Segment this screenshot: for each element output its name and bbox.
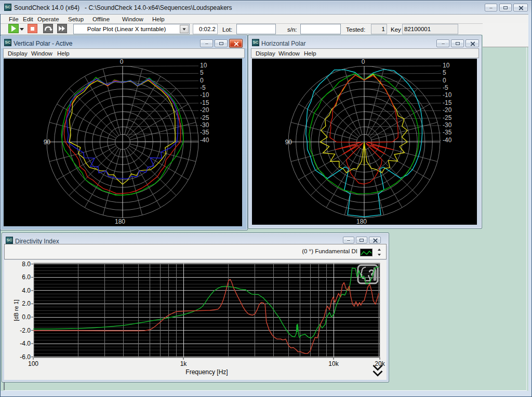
svg-text:-40: -40 — [200, 136, 209, 144]
svg-text:0: 0 — [443, 77, 446, 84]
svg-text:-2.0: -2.0 — [20, 327, 31, 334]
svg-text:90: 90 — [44, 139, 51, 146]
svg-text:-15: -15 — [200, 99, 209, 106]
svg-text:10: 10 — [443, 62, 450, 69]
svg-text:-30: -30 — [443, 121, 452, 129]
svg-text:0: 0 — [362, 59, 365, 65]
svg-text:20k: 20k — [375, 360, 385, 367]
svg-text:-25: -25 — [200, 114, 209, 121]
svg-text:180: 180 — [356, 218, 367, 225]
svg-text:-20: -20 — [200, 106, 209, 114]
svg-text:6.0: 6.0 — [22, 273, 31, 281]
svg-text:-10: -10 — [443, 91, 452, 99]
svg-text:-20: -20 — [443, 106, 452, 114]
svg-text:10: 10 — [200, 62, 207, 69]
svg-text:-35: -35 — [443, 129, 452, 136]
svg-text:8.0: 8.0 — [22, 261, 31, 268]
svg-text:1k: 1k — [180, 360, 188, 367]
svg-text:-25: -25 — [443, 114, 452, 121]
svg-text:-10: -10 — [200, 91, 209, 99]
svg-text:5: 5 — [200, 69, 204, 76]
svg-text:10k: 10k — [328, 360, 339, 367]
svg-text:[dB re 1]: [dB re 1] — [13, 299, 19, 321]
svg-text:4.0: 4.0 — [22, 287, 31, 294]
svg-text:0: 0 — [200, 77, 204, 84]
svg-text:180: 180 — [115, 218, 125, 225]
svg-text:Frequency [Hz]: Frequency [Hz] — [185, 368, 228, 376]
svg-text:-4.0: -4.0 — [20, 340, 31, 347]
svg-text:100: 100 — [28, 360, 38, 367]
svg-text:-5: -5 — [200, 84, 206, 91]
svg-text:2.0: 2.0 — [22, 300, 31, 307]
svg-text:-15: -15 — [443, 99, 452, 106]
svg-text:0: 0 — [120, 59, 124, 65]
svg-text:5: 5 — [443, 69, 446, 76]
svg-text:-35: -35 — [200, 129, 209, 136]
svg-text:-5: -5 — [443, 84, 448, 91]
svg-text:-30: -30 — [200, 121, 209, 129]
svg-text:-40: -40 — [443, 136, 452, 144]
svg-text:0.0: 0.0 — [22, 313, 31, 321]
svg-text:-6.0: -6.0 — [20, 353, 31, 361]
svg-text:90: 90 — [285, 139, 292, 146]
